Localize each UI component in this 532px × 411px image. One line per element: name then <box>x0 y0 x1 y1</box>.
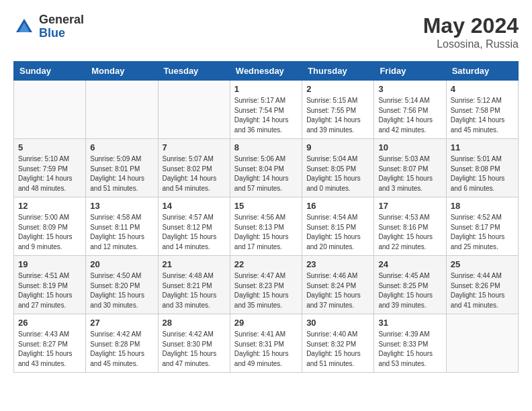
calendar-week-row: 19Sunrise: 4:51 AM Sunset: 8:19 PM Dayli… <box>14 256 519 314</box>
calendar-cell: 19Sunrise: 4:51 AM Sunset: 8:19 PM Dayli… <box>14 256 86 314</box>
calendar-cell: 6Sunrise: 5:09 AM Sunset: 8:01 PM Daylig… <box>86 139 158 197</box>
calendar-title: May 2024 <box>423 13 519 38</box>
day-info: Sunrise: 5:06 AM Sunset: 8:04 PM Dayligh… <box>234 154 298 193</box>
day-number: 9 <box>306 142 369 152</box>
day-info: Sunrise: 5:10 AM Sunset: 7:59 PM Dayligh… <box>18 154 81 193</box>
day-number: 13 <box>90 201 153 211</box>
calendar-cell: 25Sunrise: 4:44 AM Sunset: 8:26 PM Dayli… <box>446 256 518 314</box>
day-info: Sunrise: 4:42 AM Sunset: 8:30 PM Dayligh… <box>163 330 226 369</box>
day-info: Sunrise: 4:51 AM Sunset: 8:19 PM Dayligh… <box>18 271 81 310</box>
calendar-cell: 29Sunrise: 4:41 AM Sunset: 8:31 PM Dayli… <box>230 314 302 373</box>
day-number: 16 <box>306 201 369 211</box>
logo-blue-text: Blue <box>39 26 65 40</box>
day-info: Sunrise: 4:45 AM Sunset: 8:25 PM Dayligh… <box>378 271 441 310</box>
calendar-cell <box>446 314 518 373</box>
calendar-cell: 4Sunrise: 5:12 AM Sunset: 7:58 PM Daylig… <box>446 81 518 139</box>
day-number: 30 <box>306 318 369 328</box>
day-number: 6 <box>90 142 153 152</box>
day-info: Sunrise: 5:00 AM Sunset: 8:09 PM Dayligh… <box>18 213 81 252</box>
day-number: 21 <box>163 259 226 269</box>
calendar-cell: 11Sunrise: 5:01 AM Sunset: 8:08 PM Dayli… <box>446 139 518 197</box>
calendar-cell: 31Sunrise: 4:39 AM Sunset: 8:33 PM Dayli… <box>374 314 446 373</box>
page-header: General Blue May 2024 Lososina, Russia <box>13 13 519 50</box>
day-number: 31 <box>378 318 441 328</box>
calendar-cell: 18Sunrise: 4:52 AM Sunset: 8:17 PM Dayli… <box>446 197 518 256</box>
calendar-cell: 9Sunrise: 5:04 AM Sunset: 8:05 PM Daylig… <box>302 139 374 197</box>
day-info: Sunrise: 4:50 AM Sunset: 8:20 PM Dayligh… <box>90 271 153 310</box>
calendar-cell <box>158 81 230 139</box>
weekday-header-monday: Monday <box>86 62 158 81</box>
calendar-cell: 12Sunrise: 5:00 AM Sunset: 8:09 PM Dayli… <box>14 197 86 256</box>
calendar-week-row: 26Sunrise: 4:43 AM Sunset: 8:27 PM Dayli… <box>14 314 519 373</box>
calendar-week-row: 5Sunrise: 5:10 AM Sunset: 7:59 PM Daylig… <box>14 139 519 197</box>
day-number: 25 <box>451 259 514 269</box>
calendar-cell: 28Sunrise: 4:42 AM Sunset: 8:30 PM Dayli… <box>158 314 230 373</box>
day-number: 15 <box>234 201 298 211</box>
day-info: Sunrise: 5:09 AM Sunset: 8:01 PM Dayligh… <box>90 154 153 193</box>
day-number: 11 <box>451 142 514 152</box>
day-info: Sunrise: 4:46 AM Sunset: 8:24 PM Dayligh… <box>306 271 369 310</box>
day-info: Sunrise: 5:12 AM Sunset: 7:58 PM Dayligh… <box>451 96 514 135</box>
day-number: 14 <box>163 201 226 211</box>
calendar-cell: 2Sunrise: 5:15 AM Sunset: 7:55 PM Daylig… <box>302 81 374 139</box>
logo-text: General Blue <box>39 13 84 40</box>
title-block: May 2024 Lososina, Russia <box>423 13 519 50</box>
day-info: Sunrise: 4:54 AM Sunset: 8:15 PM Dayligh… <box>306 213 369 252</box>
logo: General Blue <box>13 13 84 40</box>
day-number: 20 <box>90 259 153 269</box>
weekday-header-friday: Friday <box>374 62 446 81</box>
day-info: Sunrise: 5:04 AM Sunset: 8:05 PM Dayligh… <box>306 154 369 193</box>
day-number: 5 <box>18 142 81 152</box>
weekday-header-thursday: Thursday <box>302 62 374 81</box>
day-number: 1 <box>234 84 298 94</box>
day-info: Sunrise: 4:57 AM Sunset: 8:12 PM Dayligh… <box>163 213 226 252</box>
day-info: Sunrise: 4:41 AM Sunset: 8:31 PM Dayligh… <box>234 330 298 369</box>
day-number: 27 <box>90 318 153 328</box>
calendar-cell: 21Sunrise: 4:48 AM Sunset: 8:21 PM Dayli… <box>158 256 230 314</box>
day-number: 2 <box>306 84 369 94</box>
calendar-week-row: 12Sunrise: 5:00 AM Sunset: 8:09 PM Dayli… <box>14 197 519 256</box>
day-info: Sunrise: 4:47 AM Sunset: 8:23 PM Dayligh… <box>234 271 298 310</box>
day-number: 4 <box>451 84 514 94</box>
calendar-location: Lososina, Russia <box>423 38 519 50</box>
calendar-cell: 22Sunrise: 4:47 AM Sunset: 8:23 PM Dayli… <box>230 256 302 314</box>
calendar-cell: 7Sunrise: 5:07 AM Sunset: 8:02 PM Daylig… <box>158 139 230 197</box>
day-number: 12 <box>18 201 81 211</box>
weekday-header-sunday: Sunday <box>14 62 86 81</box>
day-info: Sunrise: 4:56 AM Sunset: 8:13 PM Dayligh… <box>234 213 298 252</box>
calendar-cell: 10Sunrise: 5:03 AM Sunset: 8:07 PM Dayli… <box>374 139 446 197</box>
day-number: 10 <box>378 142 441 152</box>
day-number: 24 <box>378 259 441 269</box>
day-info: Sunrise: 4:44 AM Sunset: 8:26 PM Dayligh… <box>451 271 514 310</box>
day-info: Sunrise: 4:52 AM Sunset: 8:17 PM Dayligh… <box>451 213 514 252</box>
calendar-cell: 17Sunrise: 4:53 AM Sunset: 8:16 PM Dayli… <box>374 197 446 256</box>
day-number: 23 <box>306 259 369 269</box>
calendar-cell <box>14 81 86 139</box>
day-info: Sunrise: 4:42 AM Sunset: 8:28 PM Dayligh… <box>90 330 153 369</box>
day-info: Sunrise: 5:01 AM Sunset: 8:08 PM Dayligh… <box>451 154 514 193</box>
logo-general-text: General <box>39 13 84 26</box>
weekday-header-row: SundayMondayTuesdayWednesdayThursdayFrid… <box>14 62 519 81</box>
calendar-cell: 20Sunrise: 4:50 AM Sunset: 8:20 PM Dayli… <box>86 256 158 314</box>
day-number: 18 <box>451 201 514 211</box>
day-info: Sunrise: 5:15 AM Sunset: 7:55 PM Dayligh… <box>306 96 369 135</box>
weekday-header-saturday: Saturday <box>446 62 518 81</box>
calendar-table: SundayMondayTuesdayWednesdayThursdayFrid… <box>13 61 519 373</box>
day-info: Sunrise: 5:07 AM Sunset: 8:02 PM Dayligh… <box>163 154 226 193</box>
calendar-cell: 16Sunrise: 4:54 AM Sunset: 8:15 PM Dayli… <box>302 197 374 256</box>
calendar-cell: 24Sunrise: 4:45 AM Sunset: 8:25 PM Dayli… <box>374 256 446 314</box>
calendar-cell: 3Sunrise: 5:14 AM Sunset: 7:56 PM Daylig… <box>374 81 446 139</box>
weekday-header-tuesday: Tuesday <box>158 62 230 81</box>
calendar-cell: 8Sunrise: 5:06 AM Sunset: 8:04 PM Daylig… <box>230 139 302 197</box>
day-info: Sunrise: 4:43 AM Sunset: 8:27 PM Dayligh… <box>18 330 81 369</box>
logo-icon <box>13 16 35 38</box>
calendar-cell: 15Sunrise: 4:56 AM Sunset: 8:13 PM Dayli… <box>230 197 302 256</box>
day-info: Sunrise: 4:40 AM Sunset: 8:32 PM Dayligh… <box>306 330 369 369</box>
calendar-cell: 23Sunrise: 4:46 AM Sunset: 8:24 PM Dayli… <box>302 256 374 314</box>
day-number: 22 <box>234 259 298 269</box>
calendar-cell: 13Sunrise: 4:58 AM Sunset: 8:11 PM Dayli… <box>86 197 158 256</box>
day-info: Sunrise: 5:17 AM Sunset: 7:54 PM Dayligh… <box>234 96 298 135</box>
day-info: Sunrise: 4:39 AM Sunset: 8:33 PM Dayligh… <box>378 330 441 369</box>
calendar-cell: 5Sunrise: 5:10 AM Sunset: 7:59 PM Daylig… <box>14 139 86 197</box>
calendar-cell: 1Sunrise: 5:17 AM Sunset: 7:54 PM Daylig… <box>230 81 302 139</box>
